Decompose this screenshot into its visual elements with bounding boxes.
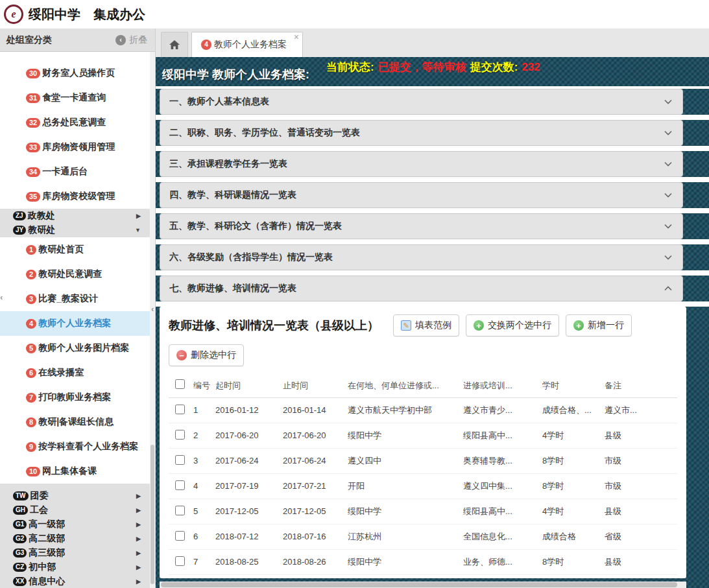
sidebar-item-jy-1[interactable]: 1教研处首页 xyxy=(0,237,150,262)
accordion-header-4[interactable]: 四、教学、科研课题情况一览表 xyxy=(160,182,683,208)
accordion-header-7[interactable]: 七、教师进修、培训情况一览表 xyxy=(160,276,683,301)
row-checkbox[interactable] xyxy=(175,480,185,490)
sidebar-item-32[interactable]: 32总务处民意调查 xyxy=(0,110,150,135)
row-checkbox[interactable] xyxy=(175,455,185,465)
delete-rows-button[interactable]: − 删除选中行 xyxy=(169,344,244,366)
accordion-label: 二、职称、职务、学历学位、普通话变动一览表 xyxy=(169,127,360,139)
chevron-up-icon xyxy=(663,283,673,294)
table-row: 32017-06-242017-06-24遵义四中奥赛辅导教...8学时市级 xyxy=(169,448,677,473)
cell-index: 6 xyxy=(191,524,213,549)
cell-index: 3 xyxy=(191,448,213,473)
item-number-badge: 34 xyxy=(26,167,40,177)
sidebar-item-label: 库房物资校级管理 xyxy=(42,191,115,202)
sidebar-group-xx[interactable]: XX信息中心▶ xyxy=(0,574,150,588)
cell-end-date: 2018-07-16 xyxy=(280,524,345,549)
tab-active[interactable]: 4 教师个人业务档案 × xyxy=(191,32,303,57)
row-checkbox-cell xyxy=(169,448,191,473)
table-row: 22017-06-202017-06-20绥阳中学绥阳县高中...4学时县级 xyxy=(169,423,677,448)
sidebar-group-g2[interactable]: G2高二级部▶ xyxy=(0,532,150,546)
accordion-header-1[interactable]: 一、教师个人基本信息表 xyxy=(160,89,683,115)
accordion-section-1: 一、教师个人基本信息表 xyxy=(156,89,709,120)
sidebar-group-gh[interactable]: GH工会▶ xyxy=(0,503,150,517)
horizontal-scrollbar-thumb[interactable] xyxy=(161,582,677,587)
group-code-badge: CZ xyxy=(13,563,27,572)
chevron-right-icon: ▶ xyxy=(136,521,141,528)
sidebar-group-jy[interactable]: JY教研处▼ xyxy=(0,223,150,237)
sidebar-group-zj[interactable]: ZJ政教处▶ xyxy=(0,209,150,223)
row-checkbox[interactable] xyxy=(175,405,185,414)
panel-toolbar: 教师进修、培训情况一览表（县级以上） ✎ 填表范例 + 交换两个选中行 + 新增… xyxy=(169,314,677,336)
header-checkbox-cell xyxy=(169,374,191,397)
chevron-down-icon xyxy=(663,221,673,231)
accordion-label: 一、教师个人基本信息表 xyxy=(169,96,269,108)
sidebar-group-g3[interactable]: G3高三级部▶ xyxy=(0,546,150,560)
close-icon[interactable]: × xyxy=(294,32,299,42)
cell-content: 业务、师德... xyxy=(461,549,540,574)
row-checkbox[interactable] xyxy=(175,430,185,440)
cell-content: 绥阳县高中... xyxy=(461,499,540,524)
cell-place: 江苏杭州 xyxy=(345,524,461,549)
accordion-header-5[interactable]: 五、教学、科研论文（含著作）情况一览表 xyxy=(160,213,683,239)
sidebar-item-31[interactable]: 31食堂一卡通查询 xyxy=(0,86,150,110)
sidebar-item-jy-5[interactable]: 5教师个人业务图片档案 xyxy=(0,336,150,360)
sidebar-item-jy-10[interactable]: 10网上集体备课 xyxy=(0,459,150,484)
add-row-button[interactable]: + 新增一行 xyxy=(566,314,632,336)
sidebar-item-34[interactable]: 34一卡通后台 xyxy=(0,159,150,184)
sidebar-group-tw[interactable]: TW团委▶ xyxy=(0,489,150,503)
sidebar-group-label: 工会 xyxy=(30,504,48,516)
table-row: 52017-12-052017-12-05绥阳中学绥阳县高中...4学时县级 xyxy=(169,499,677,524)
row-checkbox[interactable] xyxy=(175,531,185,541)
chevron-right-icon: ▶ xyxy=(136,493,141,499)
sidebar-item-jy-3[interactable]: 3比赛_教案设计 xyxy=(0,287,150,311)
cell-hours: 4学时 xyxy=(540,499,602,524)
panel-collapse-handle[interactable]: ‹ xyxy=(151,305,154,313)
sidebar-item-jy-9[interactable]: 9按学科查看个人业务档案 xyxy=(0,434,150,459)
swap-rows-button[interactable]: + 交换两个选中行 xyxy=(466,314,559,336)
cell-end-date: 2017-12-05 xyxy=(280,499,345,524)
fill-example-button[interactable]: ✎ 填表范例 xyxy=(393,314,459,336)
sidebar-item-jy-2[interactable]: 2教研处民意调查 xyxy=(0,262,150,287)
item-number-badge: 1 xyxy=(26,245,36,255)
table-row: 72018-08-252018-08-26绥阳中学业务、师德...8学时县级 xyxy=(169,549,677,574)
main-area: 4 教师个人业务档案 × 绥阳中学 教师个人业务档案: 当前状态: 已提交，等待… xyxy=(156,29,709,588)
sidebar-item-jy-6[interactable]: 6在线录播室 xyxy=(0,360,150,385)
cell-content: 全国信息化... xyxy=(461,524,540,549)
chevron-right-icon: ▶ xyxy=(136,550,141,556)
accordion-header-3[interactable]: 三、承担课程教学任务一览表 xyxy=(160,151,683,177)
sidebar-item-33[interactable]: 33库房物资领用管理 xyxy=(0,135,150,159)
sidebar-scrollbar-thumb[interactable] xyxy=(150,445,154,584)
row-checkbox-cell xyxy=(169,423,191,448)
accordion-header-6[interactable]: 六、各级奖励（含指导学生）情况一览表 xyxy=(160,244,683,270)
sidebar-collapse-button[interactable]: ‹ 折叠 xyxy=(115,34,147,46)
horizontal-scrollbar[interactable] xyxy=(160,582,686,588)
sidebar-resize-handle[interactable]: ‹ xyxy=(0,293,3,301)
select-all-checkbox[interactable] xyxy=(175,379,185,389)
sidebar-item-jy-8[interactable]: 8教研|备课组长信息 xyxy=(0,410,150,434)
sidebar-group-label: 高二级部 xyxy=(29,533,65,545)
sidebar-item-jy-7[interactable]: 7打印教师业务档案 xyxy=(0,385,150,410)
cell-index: 7 xyxy=(191,549,213,574)
cell-content: 奥赛辅导教... xyxy=(461,448,540,473)
sidebar-title: 处组室分类 xyxy=(6,34,115,46)
sidebar-item-30[interactable]: 30财务室人员操作页 xyxy=(0,61,150,86)
item-number-badge: 32 xyxy=(26,118,40,128)
sidebar-scrollbar[interactable] xyxy=(150,52,155,588)
expanded-panel: 教师进修、培训情况一览表（县级以上） ✎ 填表范例 + 交换两个选中行 + 新增… xyxy=(160,307,686,578)
row-checkbox[interactable] xyxy=(175,506,185,515)
sidebar-group-g1[interactable]: G1高一级部▶ xyxy=(0,517,150,532)
accordion-section-7: 七、教师进修、培训情况一览表 xyxy=(156,276,709,307)
school-emblem-icon: e xyxy=(4,5,23,24)
sidebar-header: 处组室分类 ‹ 折叠 xyxy=(0,29,155,52)
cell-hours: 8学时 xyxy=(540,473,602,499)
accordion-header-2[interactable]: 二、职称、职务、学历学位、普通话变动一览表 xyxy=(160,120,683,146)
row-checkbox[interactable] xyxy=(175,556,185,566)
group-code-badge: ZJ xyxy=(13,211,26,220)
sidebar-item-jy-4[interactable]: 4教师个人业务档案 xyxy=(0,311,150,336)
chevron-right-icon: ▶ xyxy=(136,213,141,219)
sidebar-group-cz[interactable]: CZ初中部▶ xyxy=(0,560,150,574)
status-value: 已提交，等待审核 xyxy=(378,60,466,75)
tab-home[interactable] xyxy=(161,32,188,57)
sidebar-item-35[interactable]: 35库房物资校级管理 xyxy=(0,184,150,209)
sidebar-group-label: 团委 xyxy=(30,490,49,502)
cell-note: 县级 xyxy=(602,499,677,524)
